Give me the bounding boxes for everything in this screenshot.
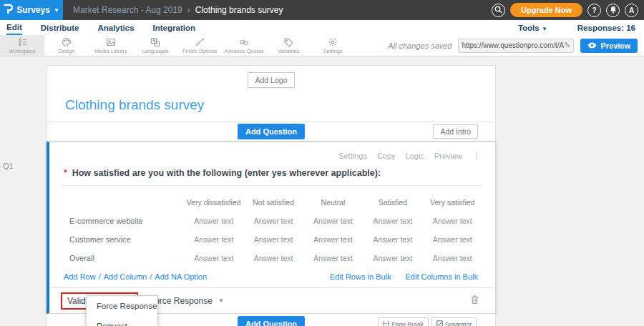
more-options-icon[interactable]: ⋮: [472, 151, 481, 161]
add-question-button-top[interactable]: Add Question: [238, 124, 305, 139]
toolbar-label: Workspace: [9, 48, 35, 54]
search-icon: [494, 6, 502, 15]
tools-menu[interactable]: Tools ▼: [518, 24, 547, 32]
upgrade-now-button[interactable]: Upgrade Now: [510, 3, 582, 17]
edit-columns-in-bulk-link[interactable]: Edit Columns in Bulk: [406, 272, 479, 281]
separator-checkbox-icon: [436, 320, 443, 326]
add-logo-button[interactable]: Add Logo: [248, 72, 296, 88]
question-block-q1: Settings Copy Logic Preview ⋮ * How sati…: [47, 142, 496, 314]
survey-toolbar: Workspace Design Media Library Languages…: [0, 35, 644, 56]
palette-icon: [62, 37, 72, 47]
row-label[interactable]: Overall: [61, 249, 184, 267]
toolbar-item-workspace[interactable]: Workspace: [0, 35, 44, 56]
page-break-button[interactable]: Page Break: [378, 317, 428, 326]
tab-analytics[interactable]: Analytics: [97, 20, 134, 35]
survey-url-input[interactable]: [462, 41, 564, 49]
toolbar-label: Settings: [323, 48, 342, 54]
link-separator: /: [99, 272, 101, 281]
account-avatar[interactable]: A: [625, 4, 638, 17]
answer-cell[interactable]: Answer text: [363, 249, 422, 267]
responses-count[interactable]: Responses: 16: [577, 24, 635, 32]
nav-tab-bar: Edit Distribute Analytics Integration To…: [0, 20, 644, 35]
question-controls: Settings Copy Logic Preview ⋮: [61, 148, 482, 165]
help-button[interactable]: ?: [587, 4, 601, 17]
separator-label: Separator: [445, 321, 472, 326]
column-header: Very satisfied: [423, 193, 482, 212]
add-na-option-link[interactable]: Add NA Option: [155, 272, 207, 281]
question-number-label: Q1: [3, 162, 14, 170]
answer-cell[interactable]: Answer text: [423, 249, 482, 267]
survey-header: Add Logo Clothing brands survey: [47, 65, 496, 122]
answer-cell[interactable]: Answer text: [363, 212, 422, 230]
save-status: All changes saved: [388, 41, 452, 50]
tab-edit[interactable]: Edit: [6, 20, 22, 35]
toolbar-item-settings[interactable]: Settings: [311, 35, 355, 56]
answer-cell[interactable]: Answer text: [184, 212, 243, 230]
survey-card: Add Logo Clothing brands survey Add Ques…: [47, 65, 496, 326]
add-intro-button[interactable]: Add Intro: [433, 124, 478, 139]
toolbar-item-finish-options[interactable]: Finish Options: [177, 35, 222, 56]
question-logic-link[interactable]: Logic: [406, 152, 424, 160]
preview-button[interactable]: Preview: [580, 39, 638, 53]
add-question-button-bottom[interactable]: Add Question: [238, 316, 305, 326]
answer-cell[interactable]: Answer text: [243, 249, 303, 267]
question-text[interactable]: How satisfied are you with the following…: [72, 168, 381, 178]
answer-cell[interactable]: Answer text: [184, 249, 243, 267]
tab-integration[interactable]: Integration: [153, 20, 195, 35]
survey-title[interactable]: Clothing brands survey: [65, 97, 495, 113]
dropdown-option-request-response[interactable]: Request Response: [87, 316, 157, 326]
question-copy-link[interactable]: Copy: [377, 152, 396, 160]
workspace-icon: [17, 37, 27, 47]
answer-cell[interactable]: Answer text: [363, 230, 422, 249]
answer-cell[interactable]: Answer text: [303, 230, 363, 249]
toolbar-item-design[interactable]: Design: [44, 35, 89, 56]
answer-cell[interactable]: Answer text: [184, 230, 243, 249]
question-preview-link[interactable]: Preview: [434, 152, 462, 160]
column-header: Neutral: [303, 193, 363, 212]
row-label[interactable]: Customer service: [61, 230, 184, 249]
link-separator: /: [150, 272, 152, 281]
preview-label: Preview: [600, 41, 630, 50]
tab-distribute[interactable]: Distribute: [41, 20, 79, 35]
search-button[interactable]: [492, 4, 505, 17]
answer-cell[interactable]: Answer text: [423, 230, 482, 249]
breadcrumb: Market Research - Aug 2019 › Clothing br…: [73, 5, 283, 15]
eye-icon: [587, 41, 597, 50]
dropdown-option-force-response[interactable]: Force Response: [87, 296, 157, 316]
edit-rows-in-bulk-link[interactable]: Edit Rows in Bulk: [330, 272, 391, 281]
separator-button[interactable]: Separator: [431, 317, 477, 326]
navrow-right: Tools ▼ Responses: 16: [518, 24, 644, 32]
toolbar-label: Media Library: [94, 48, 127, 54]
validation-type-dropdown[interactable]: Force Response ▼: [150, 296, 224, 306]
page-break-icon: [383, 320, 389, 326]
toolbar-item-languages[interactable]: Languages: [133, 35, 177, 56]
add-column-link[interactable]: Add Column: [104, 272, 147, 281]
answer-cell[interactable]: Answer text: [243, 212, 303, 230]
chevron-down-icon: ▼: [218, 297, 224, 304]
toolbar-item-variables[interactable]: Variables: [266, 35, 311, 56]
toolbar-label: Finish Options: [182, 48, 217, 54]
column-header: Not satisfied: [243, 193, 303, 212]
translate-icon: [150, 37, 160, 47]
toolbar-item-media-library[interactable]: Media Library: [89, 35, 133, 56]
chain-links-icon: [239, 37, 249, 47]
bell-icon: [610, 6, 617, 15]
footer-right-buttons: Page Break Separator: [378, 317, 477, 326]
breadcrumb-folder[interactable]: Market Research - Aug 2019: [73, 5, 182, 15]
edit-url-pencil-icon[interactable]: ✎: [564, 41, 570, 50]
breadcrumb-separator: ›: [187, 5, 190, 15]
row-label[interactable]: E-commerce website: [61, 212, 184, 230]
answer-cell[interactable]: Answer text: [303, 212, 363, 230]
editor-canvas: Q1 Add Logo Clothing brands survey Add Q…: [0, 56, 644, 326]
toolbar-item-advance-quotas[interactable]: Advance Quotas: [222, 35, 266, 56]
delete-question-button[interactable]: [470, 295, 479, 307]
tag-icon: [283, 37, 293, 47]
question-settings-link[interactable]: Settings: [338, 152, 367, 160]
answer-cell[interactable]: Answer text: [303, 249, 363, 267]
notifications-button[interactable]: [606, 4, 620, 17]
answer-cell[interactable]: Answer text: [243, 230, 303, 249]
add-row-link[interactable]: Add Row: [64, 272, 96, 281]
app-logo[interactable]: Surveys ▼: [0, 0, 63, 20]
page-break-label: Page Break: [391, 321, 423, 326]
answer-cell[interactable]: Answer text: [423, 212, 482, 230]
